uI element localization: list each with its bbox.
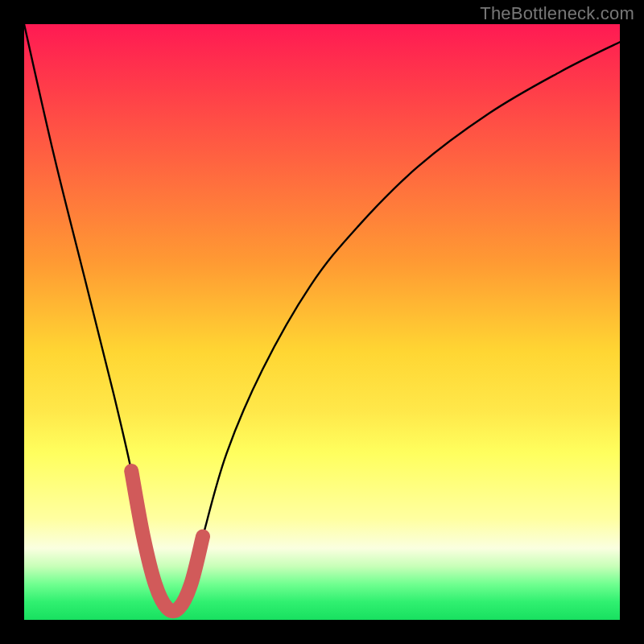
curve-svg: [24, 24, 620, 620]
plot-area: [24, 24, 620, 620]
highlight-region: [131, 471, 203, 611]
curve-group: [24, 24, 620, 611]
chart-container: TheBottleneck.com: [0, 0, 644, 644]
bottleneck-curve: [24, 24, 620, 611]
watermark-text: TheBottleneck.com: [480, 3, 634, 24]
